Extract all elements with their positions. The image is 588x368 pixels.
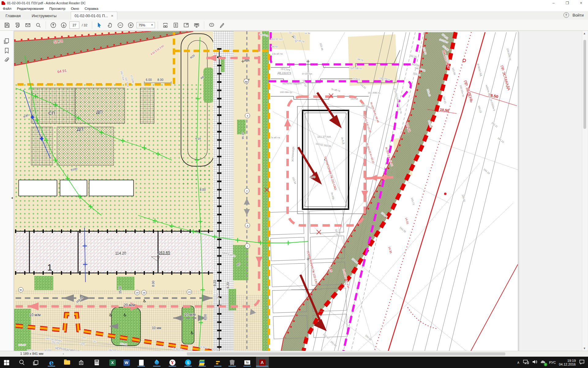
vertical-scrollbar[interactable]: ▲ ▼ [582,31,587,351]
tab-document[interactable]: 01-02-00-01-01 П... × [71,12,118,20]
sign-in-button[interactable]: Войти [573,13,584,17]
circled-mark-label: 5п [20,289,22,291]
taskbar-1c-icon[interactable] [214,358,222,366]
tab-close-icon[interactable]: × [111,13,114,18]
drawing-label: ДП [77,126,83,132]
drawing-label: 2к. [93,340,96,343]
tray-time: 19:19 [559,359,576,362]
drawing-label: СП [48,110,55,116]
search-icon[interactable] [34,21,43,29]
task-view-icon[interactable] [32,358,40,366]
drawing-label: ДП [96,109,103,114]
zoom-out-button[interactable] [116,21,125,29]
drawing-label: 2тр. [81,342,85,345]
fit-page-button[interactable] [171,21,180,29]
hand-tool-button[interactable] [105,21,115,29]
volume-icon[interactable] [532,359,537,366]
taskbar-edge-icon[interactable]: e [47,358,55,366]
reading-mode-button[interactable] [192,21,201,29]
drawing-label: 95.10 [241,132,244,139]
network-icon[interactable] [523,359,529,366]
drawing-label: 161.27 лот. [317,135,331,138]
taskbar-notes-bird-icon[interactable] [153,358,161,366]
page-size-label: 1 189 x 841 мм [20,352,43,355]
scroll-up-icon[interactable]: ▲ [583,32,586,35]
close-button[interactable]: × [574,0,588,6]
drawing-label: 6.00 [146,78,152,82]
attachments-icon[interactable] [4,57,10,64]
tab-bar: Главная Инструменты 01-02-00-01-01 П... … [0,12,588,20]
language-indicator[interactable]: РУС [549,361,556,364]
tab-tools[interactable]: Инструменты [26,12,62,20]
taskbar-calculator-icon[interactable] [93,358,101,366]
circled-mark-label: г [247,245,248,247]
fullscreen-button[interactable] [182,21,191,29]
menu-edit[interactable]: Редактирование [14,7,47,10]
scroll-left-icon[interactable]: ‹ [63,352,64,355]
drawing-label: 6.20 [226,282,230,288]
minimize-button[interactable]: – [547,0,560,6]
pdf-page-canvas[interactable]: 57.7864.914.42 3.16 3.60СПДПДП1114.20163… [14,31,518,352]
scroll-down-icon[interactable]: ▼ [583,347,586,350]
zoom-in-button[interactable] [126,21,135,29]
action-center-icon[interactable] [579,359,585,366]
pdf-file-icon [2,1,5,5]
highlight-button[interactable] [217,21,227,29]
select-tool-button[interactable] [95,21,104,29]
taskbar-search-icon[interactable] [18,358,26,366]
fit-width-button[interactable] [161,21,170,29]
taskbar-bluestacks-icon[interactable] [198,358,206,366]
system-tray: ∧ 1 РУС 19:19 04.12.2016 [517,357,588,368]
drawing-label: ДВ.192474 [277,71,291,75]
taskbar-adobe-reader-icon[interactable]: Λ [258,358,266,366]
tab-home[interactable]: Главная [0,12,26,20]
bookmarks-icon[interactable] [4,48,10,55]
previous-page-button[interactable] [49,21,58,29]
next-page-button[interactable] [59,21,68,29]
drawing-label: 8.00 [157,78,164,82]
menu-view[interactable]: Просмотр [47,7,68,10]
horizontal-scroll-thumb[interactable] [187,352,505,355]
clock[interactable]: 19:19 04.12.2016 [559,359,576,366]
taskbar-skype-icon[interactable]: S [184,358,192,366]
drawing-label: 10 мм [152,326,161,330]
circled-mark-label: д [247,224,248,227]
drawing-label: 1к 3к [304,32,310,35]
zoom-level-dropdown[interactable]: 75%▼ [137,22,155,28]
tray-chevron-icon[interactable]: ∧ [517,360,520,365]
drawing-label: 162.26 [18,343,26,346]
menu-bar: Файл Редактирование Просмотр Окно Справк… [0,6,588,12]
vertical-scroll-thumb[interactable] [583,40,586,129]
circled-mark-label: я [247,114,248,117]
circled-mark-label: л [246,190,247,192]
print-button[interactable] [13,21,22,29]
taskbar-yandex-icon[interactable]: Y [168,358,176,366]
app-badge-icon[interactable]: 1 [541,360,546,365]
start-button[interactable] [2,358,10,366]
help-icon[interactable]: ? [564,12,569,18]
building-1-band [15,231,213,273]
drawing-label: застр. [271,45,278,48]
document-area: 57.7864.914.42 3.16 3.60СПДПДП1114.20163… [13,31,588,351]
menu-help[interactable]: Справка [82,7,101,10]
taskbar-wot-icon[interactable] [228,358,236,366]
page-number-input[interactable] [70,21,79,29]
email-button[interactable] [23,21,32,29]
restore-button[interactable]: ❐ [560,0,574,6]
drawing-label: 6.00 [204,314,207,320]
drawing-label: 10 м/м [184,312,196,317]
menu-file[interactable]: Файл [0,7,14,10]
comment-button[interactable] [207,21,216,29]
taskbar-excel-icon[interactable]: X [108,358,116,366]
taskbar-7zip-icon[interactable]: 7z [243,358,251,366]
drawing-label: 13к аб-та [272,52,283,55]
taskbar-explorer-icon[interactable] [63,358,71,366]
taskbar-word-icon[interactable]: W [123,358,130,366]
wheelchair-icon: ♿ [123,312,127,317]
taskbar-document-icon[interactable] [137,358,145,366]
wheelchair-icon: ♿ [143,298,147,303]
page-thumbnails-icon[interactable] [4,38,10,45]
taskbar-store-icon[interactable] [77,358,85,366]
menu-window[interactable]: Окно [68,7,82,10]
save-button[interactable] [2,21,12,29]
